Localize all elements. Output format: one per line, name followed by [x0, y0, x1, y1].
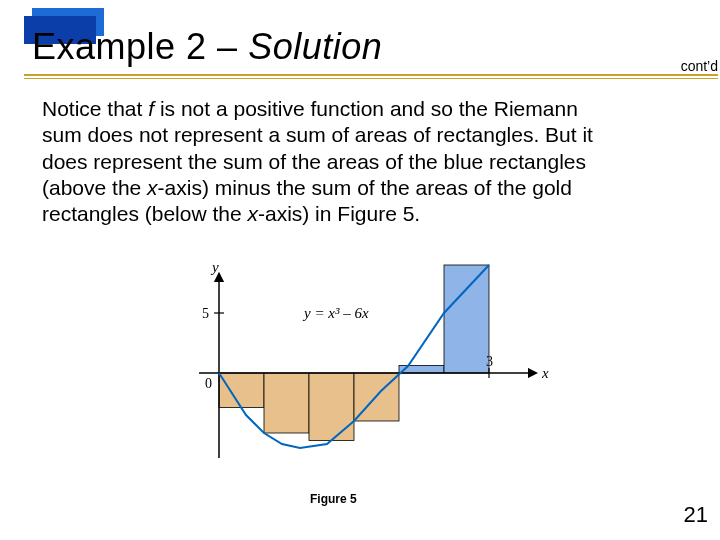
- curve-label: y = x³ – 6x: [302, 305, 369, 321]
- body-l5a: rectangles (below the: [42, 202, 247, 225]
- title-example: Example 2 –: [32, 26, 248, 67]
- body-x2: x: [247, 202, 258, 225]
- page-number: 21: [684, 502, 708, 528]
- y-tick-5: 5: [202, 306, 209, 321]
- continued-label: cont’d: [681, 58, 718, 74]
- body-text: Notice that f is not a positive function…: [42, 96, 690, 227]
- slide-title: Example 2 – Solution: [32, 26, 382, 68]
- body-l1a: Notice that: [42, 97, 148, 120]
- x-tick-3: 3: [486, 354, 493, 369]
- body-x1: x: [147, 176, 158, 199]
- axis-x-label: x: [541, 365, 549, 381]
- body-l5b: -axis) in Figure 5.: [258, 202, 420, 225]
- figure-caption: Figure 5: [310, 492, 357, 506]
- svg-rect-5: [444, 265, 489, 373]
- svg-rect-1: [264, 373, 309, 433]
- title-rule-top: [24, 74, 718, 76]
- body-l1b: is not a positive function and so the Ri…: [154, 97, 578, 120]
- title-rule-bottom: [24, 78, 718, 79]
- figure-5: y x 0 3 5 y = x³ – 6x: [164, 258, 564, 488]
- body-l2: sum does not represent a sum of areas of…: [42, 123, 593, 146]
- body-l4a: (above the: [42, 176, 147, 199]
- body-l3: does represent the sum of the areas of t…: [42, 150, 586, 173]
- svg-rect-2: [309, 373, 354, 441]
- svg-rect-0: [219, 373, 264, 408]
- origin-label: 0: [205, 376, 212, 391]
- axis-y-label: y: [210, 259, 219, 275]
- body-l4b: -axis) minus the sum of the areas of the…: [158, 176, 572, 199]
- title-solution: Solution: [248, 26, 382, 67]
